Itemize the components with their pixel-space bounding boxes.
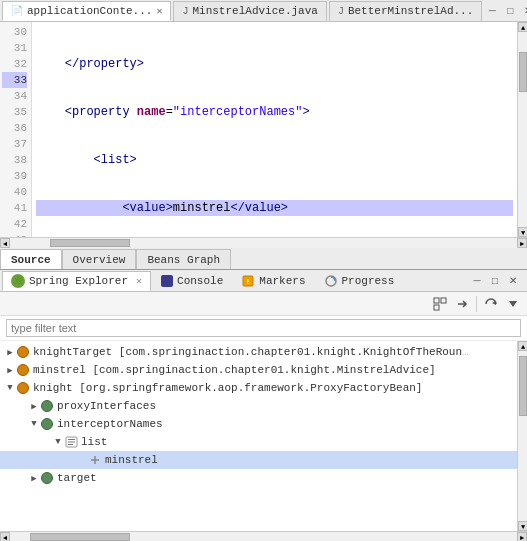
tree-content[interactable]: ▶ knightTarget [com.springinaction.chapt… xyxy=(0,341,517,531)
list-label: list xyxy=(81,436,107,448)
expand-knight-target[interactable]: ▶ xyxy=(4,346,16,358)
line-num-33: 33 xyxy=(2,72,27,88)
tab-overview[interactable]: Overview xyxy=(62,249,137,269)
code-line-30: </property> xyxy=(36,56,513,72)
no-expand-minstrel-value: ▶ xyxy=(76,454,88,466)
link-with-editor-button[interactable] xyxy=(452,294,472,314)
value-icon xyxy=(88,453,102,467)
tab-console[interactable]: Console xyxy=(153,271,231,291)
scroll-left-button[interactable]: ◄ xyxy=(0,238,10,248)
exp-h-scroll-thumb[interactable] xyxy=(30,533,130,541)
prop-icon-proxy-interfaces xyxy=(40,399,54,413)
minstrel-value-label: minstrel xyxy=(105,454,158,466)
line-num-37: 37 xyxy=(2,136,27,152)
exp-scroll-right-button[interactable]: ► xyxy=(517,532,527,542)
console-icon xyxy=(161,275,173,287)
expand-minstrel[interactable]: ▶ xyxy=(4,364,16,376)
h-scroll-thumb[interactable] xyxy=(50,239,130,247)
java-file-icon2: J xyxy=(338,6,344,17)
tab-spring-explorer[interactable]: 🌿 Spring Explorer ✕ xyxy=(2,271,151,291)
editor-vertical-scrollbar[interactable]: ▲ ▼ xyxy=(517,22,527,237)
code-line-33: <value>minstrel</value> xyxy=(36,200,513,216)
filter-row xyxy=(0,316,527,341)
tab-progress[interactable]: Progress xyxy=(316,271,403,291)
line-num-40: 40 xyxy=(2,184,27,200)
tree-item-minstrel[interactable]: ▶ minstrel [com.springinaction.chapter01… xyxy=(0,361,517,379)
minimize-explorer-button[interactable]: ─ xyxy=(469,273,485,289)
code-content[interactable]: </property> <property name="interceptorN… xyxy=(32,22,517,237)
maximize-editor-button[interactable]: □ xyxy=(502,3,518,19)
menu-button[interactable] xyxy=(503,294,523,314)
explorer-window-controls: ─ □ ✕ xyxy=(469,273,525,289)
markers-icon: ! xyxy=(241,274,255,288)
spring-explorer-close-icon[interactable]: ✕ xyxy=(136,275,142,287)
close-editor-button[interactable]: ✕ xyxy=(520,3,527,19)
tab-markers[interactable]: ! Markers xyxy=(233,271,313,291)
scroll-thumb[interactable] xyxy=(519,52,527,92)
expand-target[interactable]: ▶ xyxy=(28,472,40,484)
h-scroll-track[interactable] xyxy=(10,238,517,248)
tree-item-minstrel-value[interactable]: ▶ minstrel xyxy=(0,451,517,469)
expand-proxy-interfaces[interactable]: ▶ xyxy=(28,400,40,412)
xml-file-icon: 📄 xyxy=(11,5,23,17)
tab-label: MinstrelAdvice.java xyxy=(192,5,317,17)
tree-item-proxy-interfaces[interactable]: ▶ proxyInterfaces xyxy=(0,397,517,415)
toolbar-separator xyxy=(476,296,477,312)
prop-icon-interceptor-names xyxy=(40,417,54,431)
collapse-all-button[interactable] xyxy=(430,294,450,314)
tree-item-interceptor-names[interactable]: ▼ interceptorNames xyxy=(0,415,517,433)
close-explorer-button[interactable]: ✕ xyxy=(505,273,521,289)
minimize-editor-button[interactable]: ─ xyxy=(484,3,500,19)
proxy-interfaces-label: proxyInterfaces xyxy=(57,400,156,412)
scroll-right-button[interactable]: ► xyxy=(517,238,527,248)
scroll-up-button[interactable]: ▲ xyxy=(518,22,527,32)
tab-minstrel-advice[interactable]: J MinstrelAdvice.java xyxy=(173,1,326,21)
tree-item-knight-target[interactable]: ▶ knightTarget [com.springinaction.chapt… xyxy=(0,343,517,361)
line-num-42: 42 xyxy=(2,216,27,232)
explorer-horizontal-scrollbar[interactable]: ◄ ► xyxy=(0,531,527,541)
filter-input[interactable] xyxy=(6,319,521,337)
explorer-other-tabs: Console ! Markers Progress xyxy=(153,271,402,291)
tab-source[interactable]: Source xyxy=(0,249,62,269)
exp-scroll-left-button[interactable]: ◄ xyxy=(0,532,10,542)
svg-rect-4 xyxy=(441,298,446,303)
line-num-35: 35 xyxy=(2,104,27,120)
tab-better-minstrel[interactable]: J BetterMinstrelAd... xyxy=(329,1,482,21)
list-icon xyxy=(64,435,78,449)
exp-scroll-up-button[interactable]: ▲ xyxy=(518,341,527,351)
code-line-31: <property name="interceptorNames"> xyxy=(36,104,513,120)
line-num-34: 34 xyxy=(2,88,27,104)
svg-rect-3 xyxy=(434,298,439,303)
refresh-button[interactable] xyxy=(481,294,501,314)
scroll-track[interactable] xyxy=(518,32,527,227)
editor-horizontal-scrollbar[interactable]: ◄ ► xyxy=(0,237,527,247)
scroll-down-button[interactable]: ▼ xyxy=(518,227,527,237)
expand-knight[interactable]: ▼ xyxy=(4,382,16,394)
explorer-vertical-scrollbar[interactable]: ▲ ▼ xyxy=(517,341,527,531)
line-num-41: 41 xyxy=(2,200,27,216)
line-num-38: 38 xyxy=(2,152,27,168)
spring-explorer-panel: 🌿 Spring Explorer ✕ Console ! Markers Pr… xyxy=(0,270,527,541)
editor-tab-bar: 📄 applicationConte... ✕ J MinstrelAdvice… xyxy=(0,0,527,22)
expand-list[interactable]: ▼ xyxy=(52,436,64,448)
svg-marker-7 xyxy=(509,301,517,307)
tree-item-list[interactable]: ▼ list xyxy=(0,433,517,451)
exp-scroll-track[interactable] xyxy=(518,351,527,521)
bean-icon-minstrel xyxy=(16,363,30,377)
tab-beans-graph[interactable]: Beans Graph xyxy=(136,249,231,269)
expand-interceptor-names[interactable]: ▼ xyxy=(28,418,40,430)
explorer-tab-bar: 🌿 Spring Explorer ✕ Console ! Markers Pr… xyxy=(0,270,527,292)
editor-panel: 📄 applicationConte... ✕ J MinstrelAdvice… xyxy=(0,0,527,270)
tab-label: applicationConte... xyxy=(27,5,152,17)
bean-icon-knight-target xyxy=(16,345,30,359)
maximize-explorer-button[interactable]: □ xyxy=(487,273,503,289)
close-icon[interactable]: ✕ xyxy=(156,5,162,17)
knight-label: knight [org.springframework.aop.framewor… xyxy=(33,382,422,394)
exp-scroll-thumb[interactable] xyxy=(519,356,527,416)
exp-scroll-down-button[interactable]: ▼ xyxy=(518,521,527,531)
tab-application-context[interactable]: 📄 applicationConte... ✕ xyxy=(2,1,171,21)
tree-item-knight[interactable]: ▼ knight [org.springframework.aop.framew… xyxy=(0,379,517,397)
line-num-39: 39 xyxy=(2,168,27,184)
interceptor-names-label: interceptorNames xyxy=(57,418,163,430)
tree-item-target[interactable]: ▶ target xyxy=(0,469,517,487)
